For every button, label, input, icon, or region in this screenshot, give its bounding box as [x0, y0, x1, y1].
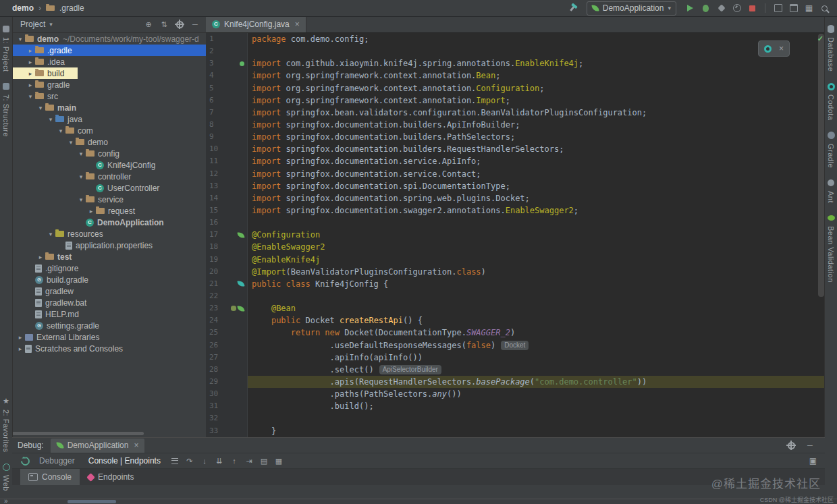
leaf-gutter-icon[interactable]: [237, 305, 244, 312]
coverage-icon[interactable]: [714, 1, 728, 15]
gutter[interactable]: 18: [206, 241, 248, 253]
tree-item-java[interactable]: ▾java: [12, 113, 206, 125]
stripe-codota[interactable]: Codota: [825, 76, 837, 125]
code-line-23[interactable]: 23 @Bean: [206, 302, 825, 314]
code-line-17[interactable]: 17@Configuration: [206, 229, 825, 241]
tree-expanded-arrow-icon[interactable]: ▾: [26, 93, 34, 100]
code-line-6[interactable]: 6import org.springframework.context.anno…: [206, 94, 825, 107]
code-line-5[interactable]: 5import org.springframework.context.anno…: [206, 82, 825, 94]
hide-icon[interactable]: ─: [805, 440, 815, 451]
tree-item-gitignore[interactable]: .gitignore: [12, 262, 206, 274]
stripe-7-structure[interactable]: 7: Structure: [0, 76, 12, 142]
stripe-database[interactable]: Database: [825, 19, 837, 76]
gutter[interactable]: 20: [206, 266, 248, 278]
close-session-icon[interactable]: ×: [134, 441, 138, 450]
code-line-30[interactable]: 30 .paths(PathSelectors.any()): [206, 388, 825, 400]
gutter[interactable]: 4: [206, 69, 248, 82]
code-line-33[interactable]: 33 }: [206, 425, 825, 437]
stop-icon[interactable]: [745, 1, 759, 15]
gutter[interactable]: 23: [206, 302, 248, 314]
tab-endpoints[interactable]: Endpoints: [80, 469, 142, 485]
tree-collapsed-arrow-icon[interactable]: ▸: [16, 334, 24, 341]
line-number[interactable]: 25: [209, 327, 218, 339]
tree-expanded-arrow-icon[interactable]: ▾: [77, 196, 85, 203]
dot-gutter-icon[interactable]: [240, 61, 244, 66]
code-line-31[interactable]: 31 .build();: [206, 400, 825, 412]
line-number[interactable]: 28: [209, 364, 218, 376]
tool-windows-icon[interactable]: ▦: [802, 1, 816, 15]
gutter[interactable]: 7: [206, 107, 248, 119]
profiler-icon[interactable]: [730, 1, 744, 15]
tree-horizontal-scrollbar[interactable]: [12, 430, 206, 437]
stripe-gradle[interactable]: Gradle: [825, 125, 837, 173]
bean-gutter-icon[interactable]: [231, 306, 236, 311]
rerun-icon[interactable]: [20, 455, 30, 466]
code-line-1[interactable]: 1package com.demo.config;: [206, 33, 825, 45]
code-line-16[interactable]: 16: [206, 217, 825, 229]
tree-item-gradlew-bat[interactable]: gradlew.bat: [12, 297, 206, 308]
line-number[interactable]: 23: [209, 302, 218, 314]
tree-expanded-arrow-icon[interactable]: ▾: [67, 139, 75, 146]
tree-item-demo[interactable]: ▾demo: [12, 136, 206, 148]
code-line-27[interactable]: 27 .apiInfo(apiInfo()): [206, 352, 825, 364]
stripe-ant[interactable]: Ant: [825, 173, 837, 208]
line-number[interactable]: 33: [209, 425, 218, 437]
line-number[interactable]: 13: [209, 180, 218, 192]
tree-item-gradle[interactable]: ▸gradle: [12, 79, 206, 90]
tree-item-request[interactable]: ▸request: [12, 205, 206, 217]
gutter[interactable]: 19: [206, 254, 248, 266]
project-panel-caret-icon[interactable]: ▾: [49, 21, 53, 28]
tree-expanded-arrow-icon[interactable]: ▾: [77, 150, 85, 157]
view-options-icon[interactable]: ▤: [259, 455, 269, 466]
settings-icon[interactable]: [786, 440, 796, 451]
tree-collapsed-arrow-icon[interactable]: ▸: [26, 82, 34, 88]
line-number[interactable]: 24: [209, 314, 218, 327]
tab-console[interactable]: Console: [20, 469, 80, 485]
build-tools-icon[interactable]: [566, 1, 580, 15]
hide-icon[interactable]: ─: [190, 19, 200, 30]
tree-item-idea[interactable]: ▸.idea: [12, 56, 206, 67]
line-number[interactable]: 26: [209, 339, 218, 352]
code-line-11[interactable]: 11import springfox.documentation.service…: [206, 155, 825, 167]
line-number[interactable]: 21: [209, 278, 218, 290]
code-line-26[interactable]: 26 .useDefaultResponseMessages(false)Doc…: [206, 339, 825, 352]
code-line-3[interactable]: 3import com.github.xiaoymin.knife4j.spri…: [206, 57, 825, 69]
codota-close-icon[interactable]: ×: [779, 44, 784, 53]
code-line-7[interactable]: 7import springfox.bean.validators.config…: [206, 107, 825, 119]
tree-expanded-arrow-icon[interactable]: ▾: [47, 231, 55, 237]
tree-item-knife4jconfig[interactable]: Knife4jConfig: [12, 159, 206, 171]
gutter[interactable]: 32: [206, 412, 248, 424]
codota-widget[interactable]: ×: [758, 40, 790, 57]
gutter[interactable]: 21: [206, 278, 248, 290]
stripe-1-project[interactable]: 1: Project: [0, 19, 12, 76]
code-line-24[interactable]: 24 public Docket createRestApi() {: [206, 314, 825, 327]
line-number[interactable]: 31: [209, 400, 218, 412]
project-panel-title[interactable]: Project: [20, 20, 45, 29]
code-line-25[interactable]: 25 return new Docket(DocumentationType.S…: [206, 327, 825, 339]
tab-debugger[interactable]: Debugger: [32, 456, 82, 466]
gutter[interactable]: 9: [206, 131, 248, 143]
layout-grid-icon[interactable]: ▦: [273, 455, 284, 466]
tree-item-build-gradle[interactable]: build.gradle: [12, 274, 206, 285]
line-number[interactable]: 4: [209, 69, 214, 82]
code-line-29[interactable]: 29 .apis(RequestHandlerSelectors.basePac…: [206, 376, 825, 388]
code-line-14[interactable]: 14import springfox.documentation.spring.…: [206, 192, 825, 204]
code-line-2[interactable]: 2: [206, 45, 825, 57]
line-number[interactable]: 12: [209, 168, 218, 180]
restore-layout-icon[interactable]: ▣: [809, 456, 817, 466]
tree-collapsed-arrow-icon[interactable]: ▸: [87, 208, 95, 215]
step-out-icon[interactable]: ↑: [229, 455, 240, 466]
tree-expanded-arrow-icon[interactable]: ▾: [77, 173, 85, 180]
gutter[interactable]: 29: [206, 376, 248, 388]
run-to-cursor-icon[interactable]: ⇥: [244, 455, 254, 466]
tree-collapsed-arrow-icon[interactable]: ▸: [26, 47, 34, 54]
line-number[interactable]: 7: [209, 107, 214, 119]
code-line-12[interactable]: 12import springfox.documentation.service…: [206, 168, 825, 180]
line-number[interactable]: 19: [209, 254, 218, 266]
gutter[interactable]: 24: [206, 314, 248, 327]
line-number[interactable]: 6: [209, 94, 214, 107]
tree-collapsed-arrow-icon[interactable]: ▸: [36, 254, 45, 260]
tree-collapsed-arrow-icon[interactable]: ▸: [16, 345, 24, 352]
step-into-icon[interactable]: ↓: [199, 455, 210, 466]
tree-item-build[interactable]: ▸build: [12, 67, 78, 79]
